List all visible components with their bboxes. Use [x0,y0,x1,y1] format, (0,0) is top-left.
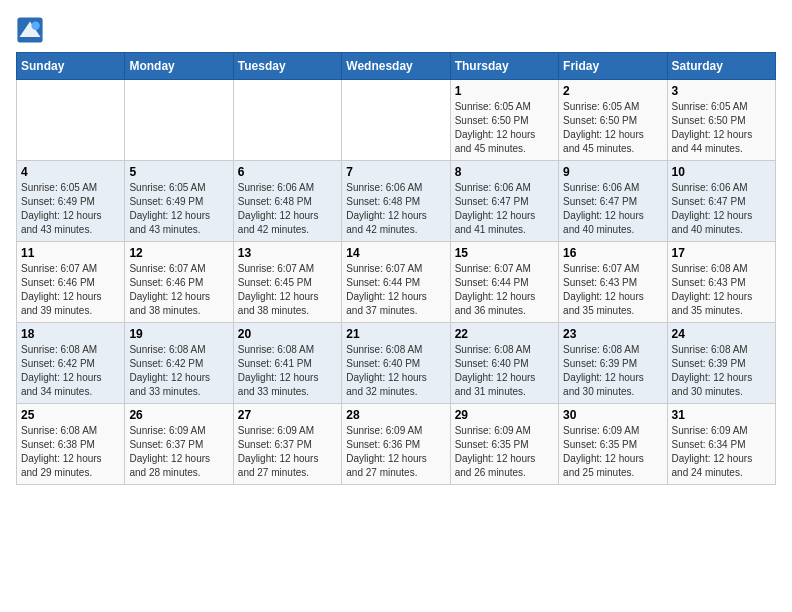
calendar-table: SundayMondayTuesdayWednesdayThursdayFrid… [16,52,776,485]
week-row-4: 18Sunrise: 6:08 AM Sunset: 6:42 PM Dayli… [17,323,776,404]
day-info: Sunrise: 6:08 AM Sunset: 6:43 PM Dayligh… [672,262,771,318]
col-header-tuesday: Tuesday [233,53,341,80]
day-info: Sunrise: 6:08 AM Sunset: 6:39 PM Dayligh… [672,343,771,399]
day-info: Sunrise: 6:06 AM Sunset: 6:48 PM Dayligh… [346,181,445,237]
calendar-cell: 18Sunrise: 6:08 AM Sunset: 6:42 PM Dayli… [17,323,125,404]
calendar-cell: 28Sunrise: 6:09 AM Sunset: 6:36 PM Dayli… [342,404,450,485]
col-header-friday: Friday [559,53,667,80]
calendar-cell: 1Sunrise: 6:05 AM Sunset: 6:50 PM Daylig… [450,80,558,161]
day-number: 27 [238,408,337,422]
week-row-5: 25Sunrise: 6:08 AM Sunset: 6:38 PM Dayli… [17,404,776,485]
calendar-cell [342,80,450,161]
calendar-cell: 16Sunrise: 6:07 AM Sunset: 6:43 PM Dayli… [559,242,667,323]
day-info: Sunrise: 6:09 AM Sunset: 6:36 PM Dayligh… [346,424,445,480]
logo [16,16,48,44]
page-header [16,16,776,44]
day-number: 15 [455,246,554,260]
day-info: Sunrise: 6:07 AM Sunset: 6:44 PM Dayligh… [346,262,445,318]
calendar-cell: 9Sunrise: 6:06 AM Sunset: 6:47 PM Daylig… [559,161,667,242]
day-number: 5 [129,165,228,179]
day-number: 23 [563,327,662,341]
day-number: 22 [455,327,554,341]
calendar-cell: 4Sunrise: 6:05 AM Sunset: 6:49 PM Daylig… [17,161,125,242]
day-number: 6 [238,165,337,179]
day-info: Sunrise: 6:09 AM Sunset: 6:34 PM Dayligh… [672,424,771,480]
day-number: 19 [129,327,228,341]
day-number: 26 [129,408,228,422]
calendar-cell: 23Sunrise: 6:08 AM Sunset: 6:39 PM Dayli… [559,323,667,404]
day-info: Sunrise: 6:07 AM Sunset: 6:45 PM Dayligh… [238,262,337,318]
day-number: 11 [21,246,120,260]
week-row-3: 11Sunrise: 6:07 AM Sunset: 6:46 PM Dayli… [17,242,776,323]
calendar-cell: 2Sunrise: 6:05 AM Sunset: 6:50 PM Daylig… [559,80,667,161]
day-info: Sunrise: 6:08 AM Sunset: 6:39 PM Dayligh… [563,343,662,399]
calendar-cell: 7Sunrise: 6:06 AM Sunset: 6:48 PM Daylig… [342,161,450,242]
logo-icon [16,16,44,44]
calendar-cell [17,80,125,161]
day-info: Sunrise: 6:05 AM Sunset: 6:50 PM Dayligh… [563,100,662,156]
col-header-monday: Monday [125,53,233,80]
day-number: 21 [346,327,445,341]
calendar-cell: 20Sunrise: 6:08 AM Sunset: 6:41 PM Dayli… [233,323,341,404]
calendar-cell: 29Sunrise: 6:09 AM Sunset: 6:35 PM Dayli… [450,404,558,485]
calendar-cell: 10Sunrise: 6:06 AM Sunset: 6:47 PM Dayli… [667,161,775,242]
calendar-cell: 26Sunrise: 6:09 AM Sunset: 6:37 PM Dayli… [125,404,233,485]
day-number: 14 [346,246,445,260]
day-info: Sunrise: 6:09 AM Sunset: 6:37 PM Dayligh… [129,424,228,480]
week-row-2: 4Sunrise: 6:05 AM Sunset: 6:49 PM Daylig… [17,161,776,242]
calendar-cell: 12Sunrise: 6:07 AM Sunset: 6:46 PM Dayli… [125,242,233,323]
calendar-cell [233,80,341,161]
day-info: Sunrise: 6:05 AM Sunset: 6:49 PM Dayligh… [129,181,228,237]
day-info: Sunrise: 6:08 AM Sunset: 6:40 PM Dayligh… [346,343,445,399]
calendar-cell: 15Sunrise: 6:07 AM Sunset: 6:44 PM Dayli… [450,242,558,323]
day-info: Sunrise: 6:08 AM Sunset: 6:41 PM Dayligh… [238,343,337,399]
day-info: Sunrise: 6:09 AM Sunset: 6:35 PM Dayligh… [563,424,662,480]
calendar-cell: 31Sunrise: 6:09 AM Sunset: 6:34 PM Dayli… [667,404,775,485]
day-info: Sunrise: 6:07 AM Sunset: 6:46 PM Dayligh… [21,262,120,318]
calendar-cell [125,80,233,161]
day-number: 7 [346,165,445,179]
day-number: 9 [563,165,662,179]
col-header-saturday: Saturday [667,53,775,80]
svg-point-2 [31,22,39,30]
day-number: 2 [563,84,662,98]
calendar-cell: 13Sunrise: 6:07 AM Sunset: 6:45 PM Dayli… [233,242,341,323]
day-number: 28 [346,408,445,422]
day-info: Sunrise: 6:08 AM Sunset: 6:42 PM Dayligh… [21,343,120,399]
calendar-cell: 30Sunrise: 6:09 AM Sunset: 6:35 PM Dayli… [559,404,667,485]
day-number: 13 [238,246,337,260]
calendar-cell: 6Sunrise: 6:06 AM Sunset: 6:48 PM Daylig… [233,161,341,242]
day-number: 20 [238,327,337,341]
calendar-cell: 14Sunrise: 6:07 AM Sunset: 6:44 PM Dayli… [342,242,450,323]
day-number: 16 [563,246,662,260]
header-row: SundayMondayTuesdayWednesdayThursdayFrid… [17,53,776,80]
calendar-cell: 8Sunrise: 6:06 AM Sunset: 6:47 PM Daylig… [450,161,558,242]
calendar-cell: 22Sunrise: 6:08 AM Sunset: 6:40 PM Dayli… [450,323,558,404]
day-number: 25 [21,408,120,422]
day-number: 8 [455,165,554,179]
day-info: Sunrise: 6:09 AM Sunset: 6:37 PM Dayligh… [238,424,337,480]
day-number: 18 [21,327,120,341]
day-info: Sunrise: 6:07 AM Sunset: 6:46 PM Dayligh… [129,262,228,318]
day-info: Sunrise: 6:08 AM Sunset: 6:40 PM Dayligh… [455,343,554,399]
day-info: Sunrise: 6:05 AM Sunset: 6:50 PM Dayligh… [672,100,771,156]
day-number: 29 [455,408,554,422]
calendar-cell: 21Sunrise: 6:08 AM Sunset: 6:40 PM Dayli… [342,323,450,404]
calendar-cell: 5Sunrise: 6:05 AM Sunset: 6:49 PM Daylig… [125,161,233,242]
day-info: Sunrise: 6:08 AM Sunset: 6:42 PM Dayligh… [129,343,228,399]
day-info: Sunrise: 6:08 AM Sunset: 6:38 PM Dayligh… [21,424,120,480]
col-header-wednesday: Wednesday [342,53,450,80]
day-info: Sunrise: 6:07 AM Sunset: 6:43 PM Dayligh… [563,262,662,318]
day-info: Sunrise: 6:05 AM Sunset: 6:50 PM Dayligh… [455,100,554,156]
week-row-1: 1Sunrise: 6:05 AM Sunset: 6:50 PM Daylig… [17,80,776,161]
day-number: 17 [672,246,771,260]
day-info: Sunrise: 6:09 AM Sunset: 6:35 PM Dayligh… [455,424,554,480]
day-number: 4 [21,165,120,179]
calendar-cell: 19Sunrise: 6:08 AM Sunset: 6:42 PM Dayli… [125,323,233,404]
day-info: Sunrise: 6:05 AM Sunset: 6:49 PM Dayligh… [21,181,120,237]
day-info: Sunrise: 6:06 AM Sunset: 6:47 PM Dayligh… [455,181,554,237]
day-number: 12 [129,246,228,260]
calendar-cell: 27Sunrise: 6:09 AM Sunset: 6:37 PM Dayli… [233,404,341,485]
calendar-cell: 3Sunrise: 6:05 AM Sunset: 6:50 PM Daylig… [667,80,775,161]
col-header-thursday: Thursday [450,53,558,80]
